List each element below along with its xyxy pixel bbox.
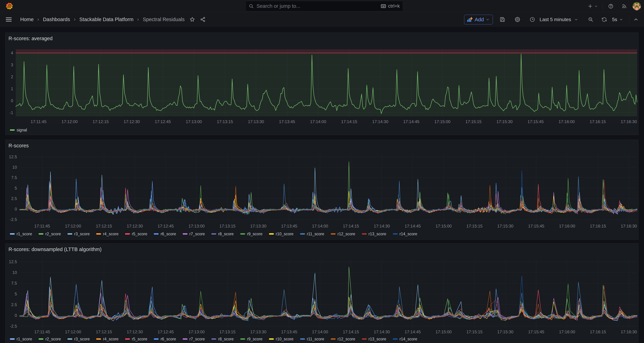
legend-item-r11_score[interactable]: r11_score: [300, 336, 324, 341]
legend-item-r6_score[interactable]: r6_score: [154, 231, 176, 236]
time-series-plot[interactable]: -10123417:11:4517:12:0017:12:1517:12:301…: [5, 33, 639, 135]
legend-item-r2_score[interactable]: r2_score: [38, 336, 61, 341]
breadcrumb-current: Spectral Residuals: [143, 17, 184, 22]
star-dashboard-button[interactable]: [190, 17, 195, 22]
legend-label: r1_score: [16, 232, 32, 236]
breadcrumb-home[interactable]: Home: [20, 17, 34, 22]
legend-item-r12_score[interactable]: r12_score: [331, 336, 355, 341]
legend-item-r1_score[interactable]: r1_score: [10, 231, 32, 236]
y-tick-label: 2: [11, 75, 13, 79]
series-line-r9_score: [20, 178, 637, 214]
help-button[interactable]: [608, 4, 614, 9]
x-tick-label: 17:16:00: [559, 329, 575, 334]
x-tick-label: 17:13:15: [219, 224, 236, 228]
refresh-interval-label[interactable]: 5s: [612, 17, 617, 22]
legend-item-r6_score[interactable]: r6_score: [154, 336, 176, 341]
x-tick-label: 17:11:45: [34, 224, 50, 228]
legend-item-r14_score[interactable]: r14_score: [393, 231, 417, 236]
y-tick-label: 3: [11, 63, 13, 67]
x-tick-label: 17:13:30: [250, 329, 266, 334]
dashboard-settings-button[interactable]: [515, 17, 520, 22]
legend-item-r4_score[interactable]: r4_score: [96, 336, 118, 341]
time-range-picker[interactable]: Last 5 minutes: [530, 17, 578, 22]
legend-label: r11_score: [307, 232, 324, 236]
legend-label: r4_score: [103, 337, 118, 341]
time-series-plot[interactable]: -2.502.557.51012.517:11:4517:12:0017:12:…: [5, 140, 639, 240]
legend-item-signal[interactable]: signal: [10, 127, 27, 133]
x-tick-label: 17:12:15: [92, 119, 109, 124]
legend-item-r4_score[interactable]: r4_score: [96, 231, 118, 236]
series-line-r2_score: [20, 267, 637, 320]
save-dashboard-button[interactable]: [500, 17, 505, 22]
breadcrumb-dashboards[interactable]: Dashboards: [43, 17, 70, 22]
breadcrumb-folder[interactable]: Stackable Data Platform: [80, 17, 134, 22]
time-series-plot[interactable]: -2.502.557.51012.517:11:4517:12:0017:12:…: [5, 243, 639, 343]
legend-item-r14_score[interactable]: r14_score: [393, 336, 417, 341]
refresh-button[interactable]: [602, 17, 607, 22]
legend-item-r9_score[interactable]: r9_score: [240, 336, 262, 341]
legend-item-r7_score[interactable]: r7_score: [183, 336, 205, 341]
x-tick-label: 17:14:30: [374, 224, 390, 228]
legend-item-r3_score[interactable]: r3_score: [68, 336, 90, 341]
legend-item-r8_score[interactable]: r8_score: [212, 231, 234, 236]
legend-item-r2_score[interactable]: r2_score: [38, 231, 61, 236]
legend-item-r13_score[interactable]: r13_score: [362, 336, 386, 341]
legend-item-r5_score[interactable]: r5_score: [125, 231, 147, 236]
x-tick-label: 17:16:30: [621, 329, 637, 334]
x-tick-label: 17:16:30: [621, 119, 637, 124]
x-tick-label: 17:12:00: [65, 224, 81, 228]
x-tick-label: 17:11:45: [30, 119, 46, 124]
add-panel-icon: [467, 17, 472, 23]
x-tick-label: 17:13:15: [217, 119, 233, 124]
time-range-label: Last 5 minutes: [540, 17, 571, 22]
legend-item-r13_score[interactable]: r13_score: [362, 231, 386, 236]
mega-menu-toggle[interactable]: [5, 16, 12, 23]
x-tick-label: 17:13:30: [250, 224, 266, 228]
x-tick-label: 17:15:30: [497, 224, 514, 228]
x-tick-label: 17:15:15: [466, 224, 482, 228]
collapse-controls-button[interactable]: [633, 17, 639, 22]
y-tick-label: 12.5: [9, 154, 17, 159]
x-tick-label: 17:16:00: [558, 119, 575, 124]
x-tick-label: 17:13:00: [186, 119, 202, 124]
series-line-r9_score: [20, 284, 637, 320]
y-tick-label: 5: [15, 186, 17, 190]
x-tick-label: 17:14:00: [310, 119, 326, 124]
legend-swatch: [10, 129, 15, 131]
legend-item-r11_score[interactable]: r11_score: [300, 231, 324, 236]
x-tick-label: 17:14:30: [374, 329, 390, 334]
grafana-logo[interactable]: [6, 2, 13, 10]
search-input[interactable]: Search or jump to... ctrl+k: [246, 1, 403, 11]
legend-item-r9_score[interactable]: r9_score: [240, 231, 262, 236]
x-tick-label: 17:14:45: [404, 329, 421, 334]
legend-swatch: [125, 233, 130, 235]
legend-item-r12_score[interactable]: r12_score: [331, 231, 355, 236]
zoom-out-button[interactable]: [588, 17, 593, 22]
news-button[interactable]: [622, 4, 627, 9]
legend-item-r10_score[interactable]: r10_score: [269, 231, 293, 236]
new-button[interactable]: [588, 4, 593, 9]
legend-item-r1_score[interactable]: r1_score: [10, 336, 32, 341]
legend-item-r7_score[interactable]: r7_score: [183, 231, 205, 236]
legend-swatch: [96, 233, 101, 235]
y-tick-label: 10: [12, 165, 17, 170]
new-menu-caret[interactable]: [594, 4, 598, 8]
legend-swatch: [10, 233, 15, 235]
y-tick-label: 12.5: [9, 259, 17, 264]
x-tick-label: 17:15:30: [497, 329, 514, 334]
series-line-r13_score: [20, 285, 637, 320]
x-tick-label: 17:12:15: [96, 224, 112, 228]
legend-item-r10_score[interactable]: r10_score: [269, 336, 293, 341]
x-tick-label: 17:15:45: [528, 119, 544, 124]
legend-swatch: [125, 338, 130, 340]
legend-item-r3_score[interactable]: r3_score: [68, 231, 90, 236]
breadcrumb: Home Dashboards Stackable Data Platform …: [20, 17, 184, 22]
keyboard-icon: [381, 4, 386, 9]
add-panel-button[interactable]: Add: [464, 15, 493, 25]
x-tick-label: 17:16:15: [590, 329, 606, 334]
legend-swatch: [393, 338, 398, 340]
legend-item-r8_score[interactable]: r8_score: [212, 336, 234, 341]
user-avatar[interactable]: [632, 2, 641, 11]
share-dashboard-button[interactable]: [200, 17, 206, 22]
legend-item-r5_score[interactable]: r5_score: [125, 336, 147, 341]
